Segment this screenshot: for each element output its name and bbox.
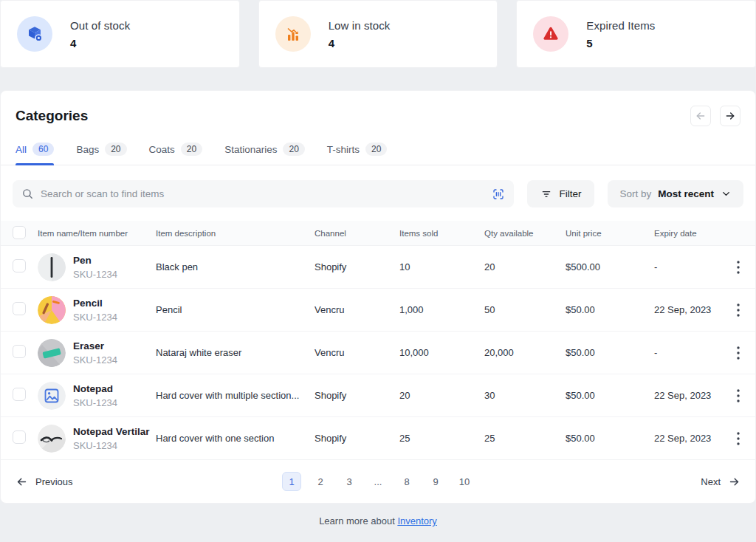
stat-value: 4 — [70, 37, 130, 49]
sort-dropdown[interactable]: Sort by Most recent — [608, 180, 743, 207]
package-icon — [17, 16, 52, 52]
row-menu-button[interactable] — [732, 430, 745, 447]
expiry-date: 22 Sep, 2023 — [648, 390, 732, 401]
qty-available: 20 — [478, 261, 560, 272]
item-sku: SKU-1234 — [73, 269, 117, 280]
table-row[interactable]: Notepad SKU-1234 Hard cover with multipl… — [1, 374, 755, 417]
pen-image — [38, 253, 66, 281]
item-channel: Vencru — [309, 304, 394, 315]
col-items-sold: Items sold — [394, 229, 478, 238]
kebab-menu-icon — [737, 346, 740, 360]
chart-down-icon — [275, 16, 311, 52]
page-button[interactable]: ... — [368, 472, 388, 491]
items-sold: 10,000 — [394, 347, 478, 358]
next-button[interactable]: Next — [701, 476, 740, 488]
tab-label: T-shirts — [327, 144, 360, 155]
row-checkbox[interactable] — [13, 430, 26, 444]
unit-price: $50.00 — [560, 390, 648, 401]
category-tabs: All 60 Bags 20 Coats 20 Stationaries 20 … — [1, 137, 755, 165]
inventory-link[interactable]: Inventory — [397, 515, 436, 526]
tab-count-badge: 20 — [283, 143, 304, 156]
stat-value: 5 — [586, 37, 655, 49]
category-tab[interactable]: Coats 20 — [149, 137, 203, 165]
filter-button[interactable]: Filter — [527, 180, 594, 207]
table-row[interactable]: Pen SKU-1234 Black pen Shopify 10 20 $50… — [1, 246, 755, 289]
table-row[interactable]: Pencil SKU-1234 Pencil Vencru 1,000 50 $… — [1, 289, 755, 332]
kebab-menu-icon — [737, 389, 740, 402]
row-checkbox[interactable] — [13, 388, 26, 401]
col-description: Item description — [150, 229, 309, 238]
category-tab[interactable]: T-shirts 20 — [327, 137, 388, 165]
glasses-image — [38, 425, 66, 453]
warning-icon — [533, 16, 568, 52]
table-row[interactable]: Notepad Vertilar SKU-1234 Hard cover wit… — [1, 417, 755, 460]
item-channel: Shopify — [309, 433, 394, 444]
stat-card-expired-items: Expired Items 5 — [516, 0, 756, 68]
item-name: Notepad Vertilar — [73, 426, 150, 437]
category-tab[interactable]: All 60 — [16, 137, 54, 165]
filter-label: Filter — [559, 188, 581, 199]
search-input[interactable] — [41, 188, 485, 199]
item-sku: SKU-1234 — [73, 312, 117, 323]
item-description: Hard cover with multiple section... — [150, 390, 309, 401]
row-checkbox[interactable] — [13, 302, 26, 315]
footer-text: Learn more about — [319, 515, 397, 526]
barcode-scan-icon[interactable] — [492, 188, 505, 201]
tab-label: All — [16, 144, 27, 155]
item-name: Pencil — [73, 298, 117, 309]
unit-price: $50.00 — [560, 304, 648, 315]
search-box[interactable] — [13, 180, 514, 207]
row-menu-button[interactable] — [732, 258, 745, 276]
page-button[interactable]: 3 — [340, 472, 359, 491]
row-menu-button[interactable] — [732, 301, 745, 319]
select-all-checkbox[interactable] — [13, 226, 26, 239]
qty-available: 50 — [478, 304, 560, 315]
item-name: Eraser — [73, 340, 117, 351]
col-unit-price: Unit price — [560, 229, 648, 238]
item-sku: SKU-1234 — [73, 440, 150, 451]
stat-label: Expired Items — [586, 19, 655, 32]
tab-count-badge: 60 — [32, 143, 54, 156]
stat-label: Low in stock — [329, 19, 391, 32]
toolbar: Filter Sort by Most recent — [1, 165, 755, 221]
scroll-right-button[interactable] — [720, 106, 740, 126]
row-checkbox[interactable] — [13, 345, 26, 358]
item-name: Notepad — [73, 383, 117, 394]
stat-card-out-of-stock: Out of stock 4 — [0, 0, 240, 68]
next-label: Next — [701, 476, 721, 487]
item-description: Hard cover with one section — [150, 433, 309, 444]
arrow-right-icon — [728, 476, 740, 488]
previous-label: Previous — [35, 476, 73, 487]
item-thumbnail — [38, 296, 66, 324]
item-name: Pen — [73, 255, 117, 266]
page-button[interactable]: 2 — [311, 472, 330, 491]
qty-available: 20,000 — [478, 347, 560, 358]
item-sku: SKU-1234 — [73, 397, 117, 408]
page-button[interactable]: 8 — [397, 472, 416, 491]
category-tab[interactable]: Bags 20 — [76, 137, 126, 165]
row-menu-button[interactable] — [732, 387, 745, 405]
previous-button[interactable]: Previous — [16, 476, 73, 488]
expiry-date: - — [648, 347, 732, 358]
page-button[interactable]: 1 — [282, 472, 301, 491]
qty-available: 25 — [478, 433, 560, 444]
row-checkbox[interactable] — [13, 259, 26, 272]
kebab-menu-icon — [737, 432, 740, 445]
qty-available: 30 — [478, 390, 560, 401]
page-button[interactable]: 10 — [455, 472, 474, 491]
row-menu-button[interactable] — [732, 344, 745, 362]
col-item-name: Item name/Item number — [38, 229, 150, 238]
items-sold: 1,000 — [394, 304, 478, 315]
items-sold: 25 — [394, 433, 478, 444]
carousel-nav — [690, 106, 740, 126]
scroll-left-button[interactable] — [690, 106, 711, 126]
table-row[interactable]: Eraser SKU-1234 Nataraj white eraser Ven… — [1, 332, 755, 374]
unit-price: $50.00 — [560, 433, 648, 444]
unit-price: $50.00 — [560, 347, 648, 358]
page-button[interactable]: 9 — [426, 472, 445, 491]
chevron-down-icon — [721, 188, 732, 199]
items-sold: 20 — [394, 390, 478, 401]
category-tab[interactable]: Stationaries 20 — [224, 137, 305, 165]
arrow-left-icon — [695, 110, 707, 122]
expiry-date: - — [648, 261, 732, 272]
